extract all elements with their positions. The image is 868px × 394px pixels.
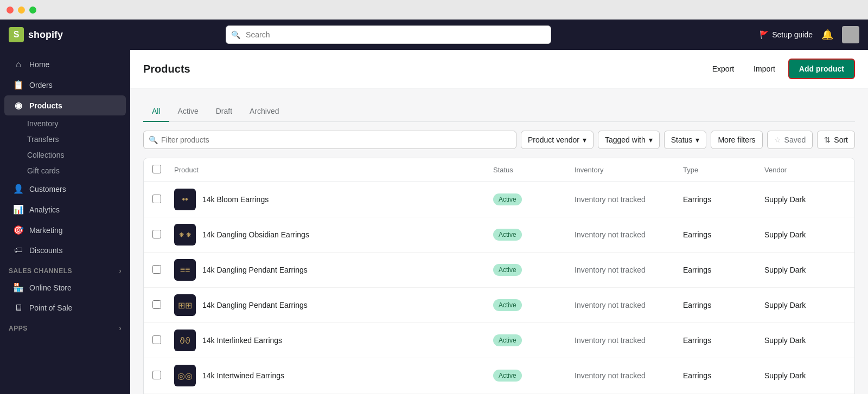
vendor-cell: Supply Dark <box>764 195 846 204</box>
vendor-cell: Supply Dark <box>764 371 846 380</box>
row-checkbox[interactable] <box>152 230 161 238</box>
status-filter[interactable]: Status ▾ <box>664 131 707 149</box>
product-vendor-label: Product vendor <box>528 135 579 144</box>
sidebar-item-online-store[interactable]: 🏪 Online Store <box>4 277 126 298</box>
status-cell: Active <box>493 334 575 346</box>
sidebar-item-customers[interactable]: 👤 Customers <box>4 179 126 199</box>
sidebar-item-discounts[interactable]: 🏷 Discounts <box>4 241 126 260</box>
products-table: Product Status Inventory Type Vendor •• … <box>143 158 855 394</box>
inventory-label: Inventory <box>27 119 59 128</box>
main-content: Products Export Import Add product All A… <box>130 50 868 394</box>
select-all-cell[interactable] <box>152 165 174 175</box>
notification-icon[interactable]: 🔔 <box>821 29 833 41</box>
apps-label: Apps <box>9 325 28 332</box>
row-checkbox-cell[interactable] <box>152 265 174 275</box>
saved-label: Saved <box>784 135 806 144</box>
table-header: Product Status Inventory Type Vendor <box>144 158 854 182</box>
product-thumbnail: ≡≡ <box>174 259 196 281</box>
row-checkbox-cell[interactable] <box>152 335 174 346</box>
top-nav-right: 🚩 Setup guide 🔔 <box>760 26 859 43</box>
inventory-cell: Inventory not tracked <box>575 266 683 274</box>
tab-archived[interactable]: Archived <box>241 101 288 122</box>
sidebar-sub-gift-cards[interactable]: Gift cards <box>4 163 126 178</box>
sidebar-item-point-of-sale[interactable]: 🖥 Point of Sale <box>4 298 126 318</box>
sidebar-item-products[interactable]: ◉ Products <box>4 95 126 115</box>
search-icon: 🔍 <box>231 30 240 39</box>
status-cell: Active <box>493 193 575 205</box>
status-badge: Active <box>493 193 522 205</box>
import-button[interactable]: Import <box>747 60 782 77</box>
sales-channels-label: Sales channels <box>9 267 72 275</box>
sidebar-item-analytics[interactable]: 📊 Analytics <box>4 199 126 219</box>
chevron-icon: › <box>119 267 122 275</box>
chevron-icon: › <box>119 325 122 332</box>
row-checkbox[interactable] <box>152 371 161 379</box>
sidebar-sub-collections[interactable]: Collections <box>4 147 126 163</box>
filter-search-icon: 🔍 <box>149 135 158 144</box>
filter-search: 🔍 <box>143 131 516 149</box>
discounts-icon: 🏷 <box>13 246 24 255</box>
product-thumbnail: ⁕⁕ <box>174 224 196 246</box>
row-checkbox[interactable] <box>152 335 161 344</box>
more-filters-label: More filters <box>718 135 755 144</box>
filters-row: 🔍 Product vendor ▾ Tagged with ▾ Status … <box>143 131 855 149</box>
sidebar-item-marketing[interactable]: 🎯 Marketing <box>4 220 126 240</box>
table-row[interactable]: ϑϑ 14k Interlinked Earrings Active Inven… <box>144 323 854 358</box>
avatar[interactable] <box>842 26 859 43</box>
collections-label: Collections <box>27 151 64 159</box>
inventory-cell: Inventory not tracked <box>575 195 683 204</box>
saved-button[interactable]: ☆ Saved <box>767 131 813 149</box>
tab-active[interactable]: Active <box>169 101 207 122</box>
row-checkbox[interactable] <box>152 300 161 309</box>
maximize-button[interactable] <box>29 7 36 14</box>
close-button[interactable] <box>7 7 14 14</box>
sidebar: ⌂ Home 📋 Orders ◉ Products Inventory Tra… <box>0 50 130 394</box>
row-checkbox[interactable] <box>152 265 161 274</box>
page-title: Products <box>143 63 190 75</box>
sidebar-item-orders[interactable]: 📋 Orders <box>4 75 126 95</box>
sidebar-sub-transfers[interactable]: Transfers <box>4 132 126 147</box>
setup-guide-button[interactable]: 🚩 Setup guide <box>760 30 813 39</box>
tagged-with-filter[interactable]: Tagged with ▾ <box>598 131 660 149</box>
sidebar-sub-inventory[interactable]: Inventory <box>4 116 126 131</box>
table-row[interactable]: •• 14k Bloom Earrings Active Inventory n… <box>144 182 854 217</box>
row-checkbox-cell[interactable] <box>152 300 174 311</box>
main-layout: ⌂ Home 📋 Orders ◉ Products Inventory Tra… <box>0 50 868 394</box>
status-badge: Active <box>493 370 522 382</box>
inventory-cell: Inventory not tracked <box>575 336 683 345</box>
add-product-button[interactable]: Add product <box>788 59 855 79</box>
tab-all[interactable]: All <box>143 101 169 122</box>
status-label: Status <box>671 135 693 144</box>
shopify-logo[interactable]: S shopify <box>9 27 117 42</box>
inventory-cell: Inventory not tracked <box>575 230 683 239</box>
row-checkbox-cell[interactable] <box>152 230 174 240</box>
table-row[interactable]: ≡≡ 14k Dangling Pendant Earrings Active … <box>144 253 854 288</box>
table-row[interactable]: ⁕⁕ 14k Dangling Obsidian Earrings Active… <box>144 217 854 253</box>
product-vendor-filter[interactable]: Product vendor ▾ <box>521 131 593 149</box>
status-cell: Active <box>493 370 575 382</box>
select-all-checkbox[interactable] <box>152 165 161 173</box>
minimize-button[interactable] <box>18 7 25 14</box>
row-checkbox[interactable] <box>152 195 161 203</box>
type-cell: Earrings <box>683 336 764 345</box>
sales-channels-section: Sales channels › <box>0 261 130 277</box>
status-cell: Active <box>493 229 575 241</box>
sort-button[interactable]: ⇅ Sort <box>817 131 855 149</box>
table-row[interactable]: ◎◎ 14k Intertwined Earrings Active Inven… <box>144 358 854 393</box>
pos-icon: 🖥 <box>13 303 24 313</box>
sidebar-item-label: Marketing <box>29 226 62 235</box>
search-input[interactable] <box>226 25 551 44</box>
table-row[interactable]: ⊞⊞ 14k Dangling Pendant Earrings Active … <box>144 288 854 323</box>
sidebar-item-home[interactable]: ⌂ Home <box>4 55 126 74</box>
status-dropdown-icon: ▾ <box>695 135 699 144</box>
online-store-icon: 🏪 <box>13 282 24 293</box>
filter-products-input[interactable] <box>143 131 516 149</box>
star-icon: ☆ <box>774 135 781 144</box>
row-checkbox-cell[interactable] <box>152 371 174 381</box>
row-checkbox-cell[interactable] <box>152 195 174 205</box>
more-filters-button[interactable]: More filters <box>711 131 762 149</box>
sidebar-item-label: Discounts <box>29 246 62 255</box>
export-button[interactable]: Export <box>706 60 741 77</box>
tab-draft[interactable]: Draft <box>207 101 241 122</box>
product-col-header: Product <box>174 166 493 174</box>
